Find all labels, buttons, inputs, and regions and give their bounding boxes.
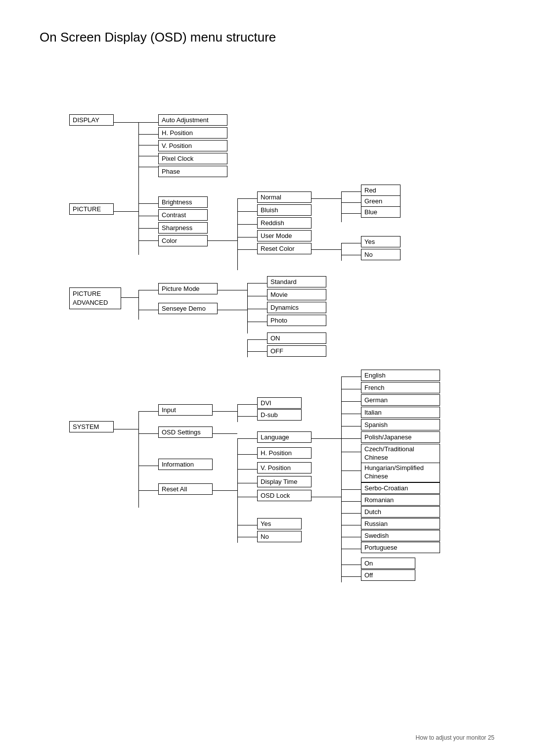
picture-mode-standard: Standard <box>267 276 326 287</box>
lang-serbo-croatian: Serbo-Croatian <box>361 482 440 494</box>
display-item-v-position: V. Position <box>158 140 227 151</box>
picture-item-color: Color <box>158 235 208 246</box>
color-option-reddish: Reddish <box>257 217 312 229</box>
rgb-option-blue: Blue <box>361 206 400 218</box>
reset-yes: Yes <box>257 518 302 529</box>
system-item-input: Input <box>158 404 213 416</box>
footer-text: How to adjust your monitor 25 <box>416 734 494 741</box>
system-item-information: Information <box>158 459 213 470</box>
lang-polish-japanese: Polish/Japanese <box>361 431 440 443</box>
picture-item-brightness: Brightness <box>158 196 208 208</box>
lang-russian: Russian <box>361 518 440 529</box>
display-box: DISPLAY <box>69 114 114 126</box>
diagram-container: DISPLAY Auto Adjustment H. Position V. P… <box>30 65 504 733</box>
picture-mode-movie: Movie <box>267 289 326 300</box>
color-option-normal: Normal <box>257 191 312 203</box>
lang-german: German <box>361 394 440 406</box>
osd-v-position: V. Position <box>257 462 312 473</box>
lang-romanian: Romanian <box>361 494 440 506</box>
picture-advanced-item-mode: Picture Mode <box>158 283 218 294</box>
color-option-user-mode: User Mode <box>257 230 312 241</box>
senseye-off: OFF <box>267 345 326 357</box>
page-title: On Screen Display (OSD) menu structure <box>0 0 534 65</box>
color-option-bluish: Bluish <box>257 204 312 216</box>
picture-mode-dynamics: Dynamics <box>267 302 326 313</box>
display-item-auto-adjustment: Auto Adjustment <box>158 114 227 126</box>
reset-no: No <box>257 531 302 542</box>
osd-display-time: Display Time <box>257 476 312 487</box>
lang-english: English <box>361 370 440 381</box>
picture-mode-photo: Photo <box>267 315 326 326</box>
osd-lock: OSD Lock <box>257 490 312 501</box>
picture-advanced-box: PICTUREADVANCED <box>69 287 121 309</box>
picture-box: PICTURE <box>69 203 114 215</box>
color-option-reset: Reset Color <box>257 243 312 254</box>
display-item-pixel-clock: Pixel Clock <box>158 153 227 164</box>
yes-option: Yes <box>361 236 400 247</box>
rgb-option-green: Green <box>361 195 400 207</box>
lang-spanish: Spanish <box>361 419 440 430</box>
picture-item-contrast: Contrast <box>158 209 208 221</box>
picture-advanced-item-senseye: Senseye Demo <box>158 303 218 314</box>
display-item-phase: Phase <box>158 166 227 177</box>
lang-hungarian: Hungarian/SimplifiedChinese <box>361 463 440 482</box>
display-item-h-position: H. Position <box>158 127 227 139</box>
rgb-option-red: Red <box>361 185 400 196</box>
lang-italian: Italian <box>361 407 440 418</box>
input-dsub: D-sub <box>257 409 302 421</box>
system-box: SYSTEM <box>69 421 114 432</box>
picture-item-sharpness: Sharpness <box>158 222 208 234</box>
osd-h-position: H. Position <box>257 447 312 459</box>
lang-portuguese: Portuguese <box>361 542 440 553</box>
lang-swedish: Swedish <box>361 530 440 541</box>
osd-lock-on: On <box>361 558 415 569</box>
osd-lock-off: Off <box>361 569 415 581</box>
system-item-reset-all: Reset All <box>158 483 213 495</box>
lang-french: French <box>361 382 440 393</box>
no-option: No <box>361 249 400 260</box>
lang-czech: Czech/TraditionalChinese <box>361 444 440 464</box>
senseye-on: ON <box>267 332 326 344</box>
osd-language: Language <box>257 431 312 443</box>
system-item-osd-settings: OSD Settings <box>158 426 213 438</box>
lang-dutch: Dutch <box>361 506 440 518</box>
input-dvi: DVI <box>257 397 302 409</box>
